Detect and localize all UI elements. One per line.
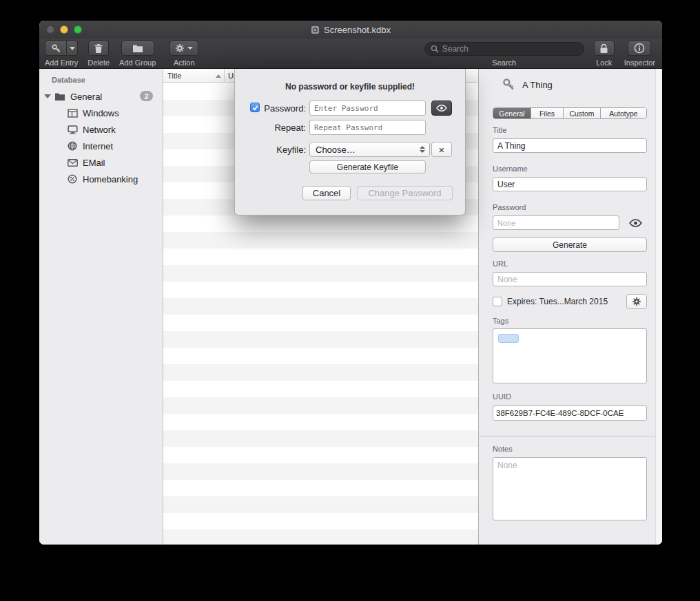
add-group-label: Add Group bbox=[119, 59, 156, 67]
add-group-button[interactable] bbox=[121, 41, 154, 56]
tab-general[interactable]: General bbox=[493, 108, 531, 118]
tag-token[interactable] bbox=[498, 334, 519, 343]
chevron-down-icon bbox=[70, 47, 75, 50]
sidebar-item-email[interactable]: EMail bbox=[39, 154, 163, 171]
tab-autotype[interactable]: Autotype bbox=[601, 108, 646, 118]
repeat-field[interactable] bbox=[309, 120, 426, 135]
url-input[interactable] bbox=[493, 272, 647, 286]
sidebar-item-windows[interactable]: Windows bbox=[39, 105, 163, 121]
add-entry-dropdown[interactable] bbox=[66, 41, 77, 55]
lock-button[interactable] bbox=[594, 41, 615, 56]
windows-icon bbox=[66, 109, 79, 118]
inspector-scrollbar[interactable] bbox=[655, 69, 662, 545]
username-input[interactable] bbox=[493, 177, 647, 191]
sidebar-section-header: Database bbox=[39, 74, 163, 88]
delete-item: Delete bbox=[88, 41, 110, 67]
gear-icon bbox=[632, 297, 641, 306]
tab-files[interactable]: Files bbox=[531, 108, 564, 118]
sidebar-item-label: Homebanking bbox=[83, 174, 138, 184]
inspector-panel: A Thing General Files Custom Autotype Ti… bbox=[479, 69, 662, 545]
trash-icon bbox=[94, 43, 103, 54]
change-password-sheet: No password or keyfile supplied! Passwor… bbox=[234, 69, 466, 215]
email-icon bbox=[66, 159, 79, 167]
change-password-button[interactable]: Change Password bbox=[357, 186, 453, 200]
entry-title: A Thing bbox=[522, 80, 553, 90]
toolbar: Add Entry Delete Add Group bbox=[39, 39, 662, 69]
add-entry-label: Add Entry bbox=[45, 59, 78, 67]
password-field[interactable] bbox=[309, 101, 426, 116]
cancel-button[interactable]: Cancel bbox=[302, 186, 351, 200]
repeat-label: Repeat: bbox=[235, 120, 306, 135]
action-label: Action bbox=[174, 59, 195, 67]
inspector-button[interactable] bbox=[628, 41, 651, 56]
eye-icon bbox=[436, 105, 447, 112]
notes-field-label: Notes bbox=[493, 445, 513, 453]
sidebar-item-label: Network bbox=[83, 125, 116, 135]
add-group-item: Add Group bbox=[119, 41, 156, 67]
generate-password-button[interactable]: Generate bbox=[493, 238, 647, 252]
action-item: Action bbox=[169, 41, 198, 67]
folder-plus-icon bbox=[132, 44, 143, 53]
x-icon: × bbox=[439, 145, 445, 155]
gear-icon bbox=[175, 43, 185, 53]
inspector-tabs: General Files Custom Autotype bbox=[493, 107, 647, 119]
sidebar-item-label: EMail bbox=[83, 158, 105, 168]
tags-field-label: Tags bbox=[493, 317, 508, 325]
close-button[interactable] bbox=[46, 25, 54, 34]
column-header-title[interactable]: Title bbox=[163, 69, 224, 82]
password-label: Password: bbox=[235, 101, 306, 116]
minimize-button[interactable] bbox=[60, 25, 68, 34]
sidebar-item-label: Internet bbox=[83, 141, 113, 151]
sidebar-item-network[interactable]: Network bbox=[39, 121, 163, 138]
generate-keyfile-button[interactable]: Generate Keyfile bbox=[309, 160, 426, 173]
disclosure-triangle[interactable] bbox=[43, 94, 52, 98]
uuid-field-label: UUID bbox=[493, 392, 511, 401]
password-field-label: Password bbox=[493, 203, 526, 211]
sidebar-item-internet[interactable]: Internet bbox=[39, 138, 163, 154]
expires-settings-button[interactable] bbox=[626, 294, 647, 309]
password-input[interactable] bbox=[493, 215, 619, 230]
clear-keyfile-button[interactable]: × bbox=[431, 142, 452, 157]
count-badge: 2 bbox=[140, 91, 153, 101]
tags-box[interactable] bbox=[493, 328, 647, 383]
title-bar: Screenshot.kdbx bbox=[39, 21, 662, 39]
tab-custom[interactable]: Custom bbox=[564, 108, 601, 118]
inspector-item: Inspector bbox=[624, 41, 655, 67]
delete-label: Delete bbox=[88, 59, 110, 67]
info-icon bbox=[634, 43, 645, 54]
sidebar: Database General 2 Windows Network bbox=[39, 69, 163, 545]
lock-item: Lock bbox=[594, 41, 615, 67]
sidebar-item-general[interactable]: General 2 bbox=[39, 88, 163, 105]
network-icon bbox=[66, 125, 79, 134]
search-input[interactable] bbox=[442, 44, 578, 54]
reveal-password-button[interactable] bbox=[622, 214, 648, 231]
eye-icon bbox=[629, 219, 642, 227]
url-field-label: URL bbox=[493, 260, 508, 268]
sidebar-item-label: General bbox=[70, 92, 102, 102]
search-item: Search bbox=[424, 41, 584, 67]
expires-checkbox[interactable] bbox=[493, 297, 502, 306]
expires-label: Expires: Tues...March 2015 bbox=[507, 297, 608, 306]
zoom-button[interactable] bbox=[74, 25, 82, 34]
folder-icon bbox=[54, 92, 66, 101]
search-label: Search bbox=[492, 59, 516, 67]
sheet-message: No password or keyfile supplied! bbox=[235, 82, 465, 92]
percent-icon bbox=[66, 174, 79, 184]
search-field[interactable] bbox=[424, 42, 584, 56]
notes-textarea[interactable] bbox=[493, 457, 647, 520]
title-field-label: Title bbox=[493, 126, 506, 134]
delete-button[interactable] bbox=[88, 41, 109, 56]
username-field-label: Username bbox=[493, 165, 528, 173]
keyfile-label: Keyfile: bbox=[235, 142, 306, 157]
section-divider bbox=[479, 436, 655, 436]
lock-label: Lock bbox=[596, 59, 612, 67]
title-input[interactable] bbox=[493, 138, 647, 153]
globe-icon bbox=[66, 141, 79, 151]
reveal-password-button[interactable] bbox=[431, 101, 452, 116]
lock-icon bbox=[599, 43, 608, 54]
action-button[interactable] bbox=[169, 41, 198, 56]
uuid-input[interactable] bbox=[493, 405, 647, 421]
add-entry-button[interactable] bbox=[45, 41, 78, 56]
keyfile-popup[interactable]: Choose… bbox=[309, 142, 430, 157]
sidebar-item-homebanking[interactable]: Homebanking bbox=[39, 171, 163, 187]
